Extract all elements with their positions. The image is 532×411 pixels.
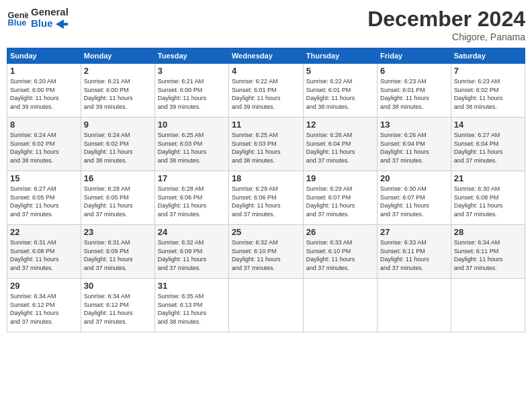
day-number: 6	[380, 66, 448, 76]
day-info: Sunrise: 6:27 AMSunset: 6:04 PMDaylight:…	[454, 131, 522, 165]
day-number: 24	[158, 227, 226, 237]
header: General Blue General Blue December 2024 …	[7, 7, 525, 42]
calendar-header-saturday: Saturday	[451, 48, 525, 64]
day-number: 27	[380, 227, 448, 237]
calendar-header-wednesday: Wednesday	[228, 48, 303, 64]
day-number: 25	[232, 227, 300, 237]
calendar-day-13: 13Sunrise: 6:26 AMSunset: 6:04 PMDayligh…	[378, 118, 451, 171]
day-info: Sunrise: 6:26 AMSunset: 6:04 PMDaylight:…	[380, 131, 448, 165]
day-info: Sunrise: 6:31 AMSunset: 6:08 PMDaylight:…	[10, 238, 78, 272]
day-number: 19	[306, 173, 374, 183]
empty-cell	[228, 279, 303, 332]
calendar-day-3: 3Sunrise: 6:21 AMSunset: 6:00 PMDaylight…	[154, 64, 228, 118]
day-number: 22	[10, 227, 78, 237]
calendar-day-21: 21Sunrise: 6:30 AMSunset: 6:08 PMDayligh…	[451, 171, 525, 225]
calendar-day-4: 4Sunrise: 6:22 AMSunset: 6:01 PMDaylight…	[228, 64, 303, 118]
calendar-day-23: 23Sunrise: 6:31 AMSunset: 6:09 PMDayligh…	[81, 225, 154, 279]
calendar-week-3: 15Sunrise: 6:27 AMSunset: 6:05 PMDayligh…	[7, 171, 525, 225]
day-number: 17	[158, 173, 226, 183]
day-number: 7	[454, 66, 522, 76]
day-number: 13	[380, 120, 448, 130]
day-number: 12	[306, 120, 374, 130]
title-block: December 2024 Chigore, Panama	[367, 7, 525, 42]
calendar-day-15: 15Sunrise: 6:27 AMSunset: 6:05 PMDayligh…	[7, 171, 81, 225]
calendar-day-26: 26Sunrise: 6:33 AMSunset: 6:10 PMDayligh…	[303, 225, 377, 279]
day-number: 21	[454, 173, 522, 183]
day-info: Sunrise: 6:27 AMSunset: 6:05 PMDaylight:…	[10, 185, 78, 218]
calendar-day-8: 8Sunrise: 6:24 AMSunset: 6:02 PMDaylight…	[7, 118, 81, 171]
calendar-day-27: 27Sunrise: 6:33 AMSunset: 6:11 PMDayligh…	[378, 225, 451, 279]
day-info: Sunrise: 6:32 AMSunset: 6:09 PMDaylight:…	[158, 238, 226, 272]
calendar-day-14: 14Sunrise: 6:27 AMSunset: 6:04 PMDayligh…	[451, 118, 525, 171]
day-info: Sunrise: 6:29 AMSunset: 6:06 PMDaylight:…	[232, 185, 300, 218]
month-title: December 2024	[367, 7, 525, 32]
day-number: 14	[454, 120, 522, 130]
day-number: 16	[84, 173, 152, 183]
calendar-week-4: 22Sunrise: 6:31 AMSunset: 6:08 PMDayligh…	[7, 225, 525, 279]
calendar-day-28: 28Sunrise: 6:34 AMSunset: 6:11 PMDayligh…	[451, 225, 525, 279]
calendar-day-10: 10Sunrise: 6:25 AMSunset: 6:03 PMDayligh…	[154, 118, 228, 171]
calendar-day-5: 5Sunrise: 6:22 AMSunset: 6:01 PMDaylight…	[303, 64, 377, 118]
day-number: 11	[232, 120, 300, 130]
calendar-day-1: 1Sunrise: 6:20 AMSunset: 6:00 PMDaylight…	[7, 64, 81, 118]
svg-marker-3	[56, 19, 68, 29]
day-info: Sunrise: 6:22 AMSunset: 6:01 PMDaylight:…	[306, 77, 374, 111]
day-info: Sunrise: 6:23 AMSunset: 6:01 PMDaylight:…	[380, 77, 448, 111]
calendar-day-19: 19Sunrise: 6:29 AMSunset: 6:07 PMDayligh…	[303, 171, 377, 225]
day-number: 3	[158, 66, 226, 76]
empty-cell	[378, 279, 451, 332]
day-info: Sunrise: 6:29 AMSunset: 6:07 PMDaylight:…	[306, 185, 374, 218]
empty-cell	[303, 279, 377, 332]
day-info: Sunrise: 6:21 AMSunset: 6:00 PMDaylight:…	[84, 77, 152, 111]
day-info: Sunrise: 6:24 AMSunset: 6:02 PMDaylight:…	[10, 131, 78, 165]
day-info: Sunrise: 6:24 AMSunset: 6:02 PMDaylight:…	[84, 131, 152, 165]
day-number: 26	[306, 227, 374, 237]
day-info: Sunrise: 6:34 AMSunset: 6:12 PMDaylight:…	[84, 292, 152, 326]
calendar-header-sunday: Sunday	[7, 48, 81, 64]
day-info: Sunrise: 6:30 AMSunset: 6:08 PMDaylight:…	[454, 185, 522, 218]
day-info: Sunrise: 6:21 AMSunset: 6:00 PMDaylight:…	[158, 77, 226, 111]
calendar-day-25: 25Sunrise: 6:32 AMSunset: 6:10 PMDayligh…	[228, 225, 303, 279]
svg-text:Blue: Blue	[8, 17, 27, 28]
calendar-day-20: 20Sunrise: 6:30 AMSunset: 6:07 PMDayligh…	[378, 171, 451, 225]
day-number: 28	[454, 227, 522, 237]
day-number: 8	[10, 120, 78, 130]
day-number: 10	[158, 120, 226, 130]
location: Chigore, Panama	[367, 32, 525, 42]
logo-general: General	[31, 7, 69, 18]
calendar-day-30: 30Sunrise: 6:34 AMSunset: 6:12 PMDayligh…	[81, 279, 154, 332]
calendar-day-12: 12Sunrise: 6:26 AMSunset: 6:04 PMDayligh…	[303, 118, 377, 171]
calendar: SundayMondayTuesdayWednesdayThursdayFrid…	[7, 48, 525, 332]
day-number: 4	[232, 66, 300, 76]
day-info: Sunrise: 6:28 AMSunset: 6:05 PMDaylight:…	[84, 185, 152, 218]
day-number: 15	[10, 173, 78, 183]
day-number: 31	[158, 281, 226, 291]
calendar-header-friday: Friday	[378, 48, 451, 64]
calendar-day-16: 16Sunrise: 6:28 AMSunset: 6:05 PMDayligh…	[81, 171, 154, 225]
day-number: 18	[232, 173, 300, 183]
day-info: Sunrise: 6:26 AMSunset: 6:04 PMDaylight:…	[306, 131, 374, 165]
calendar-week-5: 29Sunrise: 6:34 AMSunset: 6:12 PMDayligh…	[7, 279, 525, 332]
calendar-day-7: 7Sunrise: 6:23 AMSunset: 6:02 PMDaylight…	[451, 64, 525, 118]
calendar-header-monday: Monday	[81, 48, 154, 64]
day-number: 9	[84, 120, 152, 130]
calendar-header-row: SundayMondayTuesdayWednesdayThursdayFrid…	[7, 48, 525, 64]
day-info: Sunrise: 6:32 AMSunset: 6:10 PMDaylight:…	[232, 238, 300, 272]
day-number: 30	[84, 281, 152, 291]
day-info: Sunrise: 6:34 AMSunset: 6:11 PMDaylight:…	[454, 238, 522, 272]
day-info: Sunrise: 6:25 AMSunset: 6:03 PMDaylight:…	[232, 131, 300, 165]
day-number: 2	[84, 66, 152, 76]
calendar-day-31: 31Sunrise: 6:35 AMSunset: 6:13 PMDayligh…	[154, 279, 228, 332]
calendar-day-11: 11Sunrise: 6:25 AMSunset: 6:03 PMDayligh…	[228, 118, 303, 171]
logo: General Blue General Blue	[7, 7, 69, 29]
day-info: Sunrise: 6:28 AMSunset: 6:06 PMDaylight:…	[158, 185, 226, 218]
calendar-day-9: 9Sunrise: 6:24 AMSunset: 6:02 PMDaylight…	[81, 118, 154, 171]
day-info: Sunrise: 6:23 AMSunset: 6:02 PMDaylight:…	[454, 77, 522, 111]
calendar-week-1: 1Sunrise: 6:20 AMSunset: 6:00 PMDaylight…	[7, 64, 525, 118]
calendar-week-2: 8Sunrise: 6:24 AMSunset: 6:02 PMDaylight…	[7, 118, 525, 171]
day-info: Sunrise: 6:33 AMSunset: 6:11 PMDaylight:…	[380, 238, 448, 272]
day-info: Sunrise: 6:30 AMSunset: 6:07 PMDaylight:…	[380, 185, 448, 218]
day-info: Sunrise: 6:35 AMSunset: 6:13 PMDaylight:…	[158, 292, 226, 326]
logo-icon: General Blue	[7, 7, 28, 29]
day-info: Sunrise: 6:22 AMSunset: 6:01 PMDaylight:…	[232, 77, 300, 111]
